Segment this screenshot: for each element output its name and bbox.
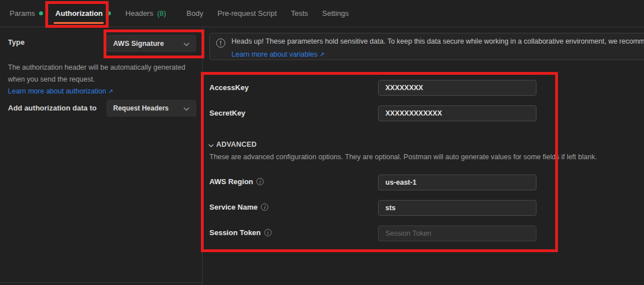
session-token-input[interactable] <box>378 226 536 241</box>
postman-authorization-panel: Params Authorization Headers (8) Body Pr… <box>0 0 644 285</box>
authorization-status-dot-icon <box>107 11 111 15</box>
accesskey-label: AccessKey <box>209 83 248 92</box>
sidebar-bottom-divider <box>0 282 203 283</box>
tab-headers[interactable]: Headers (8) <box>126 9 166 18</box>
secretkey-input[interactable] <box>378 105 536 121</box>
service-name-label: Service Name i <box>209 203 268 211</box>
info-icon[interactable]: i <box>256 178 264 185</box>
tab-settings[interactable]: Settings <box>322 9 349 18</box>
params-status-dot-icon <box>39 11 43 15</box>
tab-authorization[interactable]: Authorization <box>55 9 111 18</box>
alert-circle-icon: ! <box>216 39 225 48</box>
headers-count-badge: (8) <box>157 9 166 18</box>
tab-params-label: Params <box>10 9 35 18</box>
active-tab-underline <box>54 22 104 24</box>
advanced-section-toggle[interactable]: ADVANCED <box>208 139 257 150</box>
aws-region-input[interactable] <box>378 175 536 190</box>
info-icon[interactable]: i <box>264 229 272 236</box>
auth-config-sidebar: Type AWS Signature The authorization hea… <box>0 27 203 285</box>
tab-body-label: Body <box>187 9 204 18</box>
tab-tests[interactable]: Tests <box>291 9 308 18</box>
tab-headers-label: Headers <box>126 9 153 18</box>
type-label: Type <box>8 38 24 46</box>
advanced-section-description: These are advanced configuration options… <box>209 153 597 161</box>
chevron-down-icon <box>208 139 214 150</box>
auth-description-line2: when you send the request. <box>8 74 198 86</box>
external-link-icon: ↗ <box>319 51 324 58</box>
sensitive-data-warning-banner: ! Heads up! These parameters hold sensit… <box>209 33 644 60</box>
chevron-down-icon <box>183 103 190 113</box>
auth-type-dropdown-value: AWS Signature <box>113 40 164 48</box>
learn-more-authorization-link[interactable]: Learn more about authorization↗ <box>8 86 113 96</box>
add-auth-data-to-dropdown[interactable]: Request Headers <box>106 100 196 117</box>
external-link-icon: ↗ <box>108 88 113 95</box>
advanced-section-title: ADVANCED <box>216 141 257 148</box>
tab-authorization-label: Authorization <box>55 9 103 18</box>
accesskey-input[interactable] <box>378 80 536 96</box>
tab-tests-label: Tests <box>291 9 308 18</box>
aws-region-label: AWS Region i <box>209 177 264 186</box>
info-icon[interactable]: i <box>261 203 268 211</box>
tab-settings-label: Settings <box>322 9 349 18</box>
warning-message: Heads up! These parameters hold sensitiv… <box>231 37 644 45</box>
learn-more-variables-link[interactable]: Learn more about variables↗ <box>231 49 324 59</box>
auth-type-dropdown[interactable]: AWS Signature <box>106 35 196 52</box>
tab-pre-request-script[interactable]: Pre-request Script <box>217 9 277 18</box>
chevron-down-icon <box>183 39 190 49</box>
tab-pre-request-script-label: Pre-request Script <box>217 9 277 18</box>
auth-description: The authorization header will be automat… <box>8 62 198 85</box>
secretkey-label: SecretKey <box>209 109 246 117</box>
add-authorization-data-to-label: Add authorization data to <box>8 104 97 112</box>
add-auth-data-to-value: Request Headers <box>113 104 169 112</box>
service-name-input[interactable] <box>378 200 536 216</box>
session-token-label: Session Token i <box>209 228 272 237</box>
auth-description-line1: The authorization header will be automat… <box>8 62 198 74</box>
tab-params[interactable]: Params <box>10 9 43 18</box>
tab-body[interactable]: Body <box>187 9 204 18</box>
